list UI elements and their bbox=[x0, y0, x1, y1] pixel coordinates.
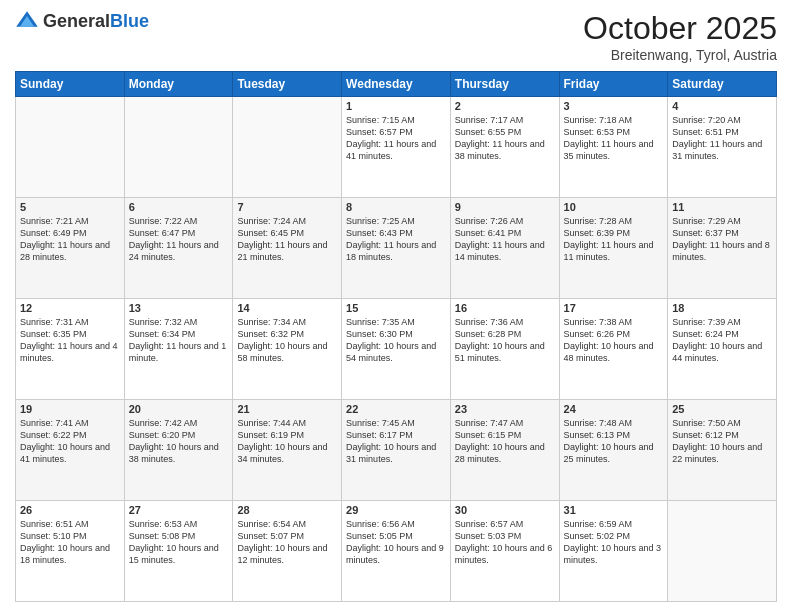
day-info: Sunrise: 7:45 AM Sunset: 6:17 PM Dayligh… bbox=[346, 417, 446, 466]
calendar-week: 26Sunrise: 6:51 AM Sunset: 5:10 PM Dayli… bbox=[16, 501, 777, 602]
day-info: Sunrise: 6:53 AM Sunset: 5:08 PM Dayligh… bbox=[129, 518, 229, 567]
calendar-cell: 28Sunrise: 6:54 AM Sunset: 5:07 PM Dayli… bbox=[233, 501, 342, 602]
calendar-cell: 26Sunrise: 6:51 AM Sunset: 5:10 PM Dayli… bbox=[16, 501, 125, 602]
logo-text: GeneralBlue bbox=[43, 12, 149, 32]
location: Breitenwang, Tyrol, Austria bbox=[583, 47, 777, 63]
calendar-cell: 23Sunrise: 7:47 AM Sunset: 6:15 PM Dayli… bbox=[450, 400, 559, 501]
day-info: Sunrise: 7:26 AM Sunset: 6:41 PM Dayligh… bbox=[455, 215, 555, 264]
calendar-cell: 24Sunrise: 7:48 AM Sunset: 6:13 PM Dayli… bbox=[559, 400, 668, 501]
calendar-cell: 1Sunrise: 7:15 AM Sunset: 6:57 PM Daylig… bbox=[342, 97, 451, 198]
calendar-cell: 10Sunrise: 7:28 AM Sunset: 6:39 PM Dayli… bbox=[559, 198, 668, 299]
col-wednesday: Wednesday bbox=[342, 72, 451, 97]
col-tuesday: Tuesday bbox=[233, 72, 342, 97]
day-info: Sunrise: 7:21 AM Sunset: 6:49 PM Dayligh… bbox=[20, 215, 120, 264]
calendar-cell bbox=[124, 97, 233, 198]
day-info: Sunrise: 7:18 AM Sunset: 6:53 PM Dayligh… bbox=[564, 114, 664, 163]
day-number: 23 bbox=[455, 403, 555, 415]
day-number: 14 bbox=[237, 302, 337, 314]
day-number: 20 bbox=[129, 403, 229, 415]
day-number: 12 bbox=[20, 302, 120, 314]
calendar-cell: 19Sunrise: 7:41 AM Sunset: 6:22 PM Dayli… bbox=[16, 400, 125, 501]
day-info: Sunrise: 7:32 AM Sunset: 6:34 PM Dayligh… bbox=[129, 316, 229, 365]
day-info: Sunrise: 6:56 AM Sunset: 5:05 PM Dayligh… bbox=[346, 518, 446, 567]
calendar-cell: 30Sunrise: 6:57 AM Sunset: 5:03 PM Dayli… bbox=[450, 501, 559, 602]
calendar-cell bbox=[16, 97, 125, 198]
calendar-cell: 27Sunrise: 6:53 AM Sunset: 5:08 PM Dayli… bbox=[124, 501, 233, 602]
day-info: Sunrise: 6:54 AM Sunset: 5:07 PM Dayligh… bbox=[237, 518, 337, 567]
calendar-week: 1Sunrise: 7:15 AM Sunset: 6:57 PM Daylig… bbox=[16, 97, 777, 198]
day-number: 13 bbox=[129, 302, 229, 314]
calendar-cell: 4Sunrise: 7:20 AM Sunset: 6:51 PM Daylig… bbox=[668, 97, 777, 198]
month-title: October 2025 bbox=[583, 10, 777, 47]
header-right: October 2025 Breitenwang, Tyrol, Austria bbox=[583, 10, 777, 63]
day-info: Sunrise: 7:47 AM Sunset: 6:15 PM Dayligh… bbox=[455, 417, 555, 466]
day-number: 27 bbox=[129, 504, 229, 516]
day-info: Sunrise: 7:28 AM Sunset: 6:39 PM Dayligh… bbox=[564, 215, 664, 264]
page: GeneralBlue October 2025 Breitenwang, Ty… bbox=[0, 0, 792, 612]
calendar-cell: 29Sunrise: 6:56 AM Sunset: 5:05 PM Dayli… bbox=[342, 501, 451, 602]
logo-general: GeneralBlue bbox=[43, 12, 149, 32]
day-number: 18 bbox=[672, 302, 772, 314]
calendar-cell: 7Sunrise: 7:24 AM Sunset: 6:45 PM Daylig… bbox=[233, 198, 342, 299]
day-number: 2 bbox=[455, 100, 555, 112]
day-number: 1 bbox=[346, 100, 446, 112]
calendar-week: 5Sunrise: 7:21 AM Sunset: 6:49 PM Daylig… bbox=[16, 198, 777, 299]
day-number: 28 bbox=[237, 504, 337, 516]
day-number: 3 bbox=[564, 100, 664, 112]
day-number: 31 bbox=[564, 504, 664, 516]
header-row: Sunday Monday Tuesday Wednesday Thursday… bbox=[16, 72, 777, 97]
calendar-cell: 12Sunrise: 7:31 AM Sunset: 6:35 PM Dayli… bbox=[16, 299, 125, 400]
day-number: 9 bbox=[455, 201, 555, 213]
day-number: 21 bbox=[237, 403, 337, 415]
day-number: 7 bbox=[237, 201, 337, 213]
day-info: Sunrise: 6:59 AM Sunset: 5:02 PM Dayligh… bbox=[564, 518, 664, 567]
day-number: 6 bbox=[129, 201, 229, 213]
day-number: 15 bbox=[346, 302, 446, 314]
calendar-week: 19Sunrise: 7:41 AM Sunset: 6:22 PM Dayli… bbox=[16, 400, 777, 501]
day-info: Sunrise: 7:25 AM Sunset: 6:43 PM Dayligh… bbox=[346, 215, 446, 264]
calendar-cell: 31Sunrise: 6:59 AM Sunset: 5:02 PM Dayli… bbox=[559, 501, 668, 602]
col-thursday: Thursday bbox=[450, 72, 559, 97]
day-number: 4 bbox=[672, 100, 772, 112]
day-number: 10 bbox=[564, 201, 664, 213]
day-info: Sunrise: 7:34 AM Sunset: 6:32 PM Dayligh… bbox=[237, 316, 337, 365]
day-number: 24 bbox=[564, 403, 664, 415]
day-info: Sunrise: 6:51 AM Sunset: 5:10 PM Dayligh… bbox=[20, 518, 120, 567]
calendar-cell: 13Sunrise: 7:32 AM Sunset: 6:34 PM Dayli… bbox=[124, 299, 233, 400]
day-info: Sunrise: 7:29 AM Sunset: 6:37 PM Dayligh… bbox=[672, 215, 772, 264]
day-number: 8 bbox=[346, 201, 446, 213]
col-monday: Monday bbox=[124, 72, 233, 97]
calendar-week: 12Sunrise: 7:31 AM Sunset: 6:35 PM Dayli… bbox=[16, 299, 777, 400]
col-friday: Friday bbox=[559, 72, 668, 97]
calendar-cell: 25Sunrise: 7:50 AM Sunset: 6:12 PM Dayli… bbox=[668, 400, 777, 501]
calendar-cell: 22Sunrise: 7:45 AM Sunset: 6:17 PM Dayli… bbox=[342, 400, 451, 501]
day-info: Sunrise: 7:36 AM Sunset: 6:28 PM Dayligh… bbox=[455, 316, 555, 365]
calendar-cell: 8Sunrise: 7:25 AM Sunset: 6:43 PM Daylig… bbox=[342, 198, 451, 299]
day-info: Sunrise: 6:57 AM Sunset: 5:03 PM Dayligh… bbox=[455, 518, 555, 567]
day-info: Sunrise: 7:39 AM Sunset: 6:24 PM Dayligh… bbox=[672, 316, 772, 365]
calendar-cell: 2Sunrise: 7:17 AM Sunset: 6:55 PM Daylig… bbox=[450, 97, 559, 198]
calendar-cell: 20Sunrise: 7:42 AM Sunset: 6:20 PM Dayli… bbox=[124, 400, 233, 501]
day-number: 19 bbox=[20, 403, 120, 415]
day-info: Sunrise: 7:17 AM Sunset: 6:55 PM Dayligh… bbox=[455, 114, 555, 163]
calendar-cell: 11Sunrise: 7:29 AM Sunset: 6:37 PM Dayli… bbox=[668, 198, 777, 299]
calendar-cell: 5Sunrise: 7:21 AM Sunset: 6:49 PM Daylig… bbox=[16, 198, 125, 299]
day-number: 30 bbox=[455, 504, 555, 516]
day-number: 11 bbox=[672, 201, 772, 213]
day-info: Sunrise: 7:35 AM Sunset: 6:30 PM Dayligh… bbox=[346, 316, 446, 365]
day-info: Sunrise: 7:48 AM Sunset: 6:13 PM Dayligh… bbox=[564, 417, 664, 466]
calendar-cell: 9Sunrise: 7:26 AM Sunset: 6:41 PM Daylig… bbox=[450, 198, 559, 299]
calendar-cell: 15Sunrise: 7:35 AM Sunset: 6:30 PM Dayli… bbox=[342, 299, 451, 400]
day-number: 26 bbox=[20, 504, 120, 516]
day-number: 16 bbox=[455, 302, 555, 314]
day-info: Sunrise: 7:20 AM Sunset: 6:51 PM Dayligh… bbox=[672, 114, 772, 163]
calendar-cell: 14Sunrise: 7:34 AM Sunset: 6:32 PM Dayli… bbox=[233, 299, 342, 400]
calendar-cell: 6Sunrise: 7:22 AM Sunset: 6:47 PM Daylig… bbox=[124, 198, 233, 299]
day-number: 17 bbox=[564, 302, 664, 314]
col-saturday: Saturday bbox=[668, 72, 777, 97]
logo: GeneralBlue bbox=[15, 10, 149, 34]
calendar-table: Sunday Monday Tuesday Wednesday Thursday… bbox=[15, 71, 777, 602]
header: GeneralBlue October 2025 Breitenwang, Ty… bbox=[15, 10, 777, 63]
calendar-cell bbox=[233, 97, 342, 198]
day-info: Sunrise: 7:22 AM Sunset: 6:47 PM Dayligh… bbox=[129, 215, 229, 264]
